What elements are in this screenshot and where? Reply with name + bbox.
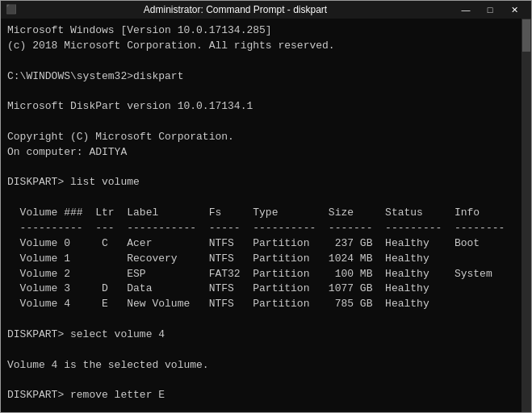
minimize-button[interactable]: — <box>454 1 478 19</box>
close-button[interactable]: ✕ <box>502 1 526 19</box>
titlebar-controls: — □ ✕ <box>454 1 526 19</box>
titlebar-title: Administrator: Command Prompt - diskpart <box>22 4 449 15</box>
window: ⬛ Administrator: Command Prompt - diskpa… <box>0 0 532 413</box>
maximize-button[interactable]: □ <box>478 1 502 19</box>
cmd-icon: ⬛ <box>6 4 17 15</box>
console-output: Microsoft Windows [Version 10.0.17134.28… <box>1 19 522 412</box>
titlebar: ⬛ Administrator: Command Prompt - diskpa… <box>1 1 531 19</box>
scrollbar[interactable] <box>522 19 531 412</box>
scrollbar-thumb[interactable] <box>522 19 530 52</box>
